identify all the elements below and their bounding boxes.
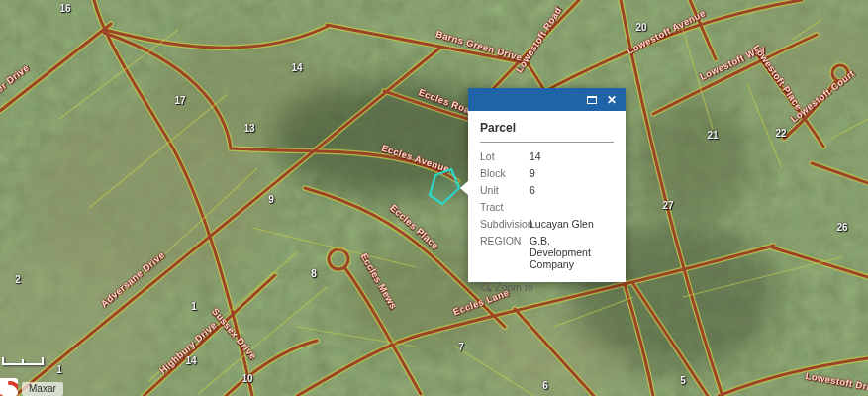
- field-value: 6: [530, 184, 614, 196]
- field-label: Block: [480, 167, 530, 179]
- field-row: REGION G.B. Development Company: [480, 235, 614, 270]
- field-row: Tract: [480, 201, 614, 213]
- field-label: REGION: [480, 235, 530, 270]
- field-label: Lot: [480, 150, 530, 162]
- field-label: Subdivision: [480, 218, 530, 230]
- popup-fields: Lot 14 Block 9 Unit 6 Tract Subdivision …: [480, 150, 614, 275]
- selection-layer: [0, 0, 868, 396]
- field-label: Tract: [480, 201, 530, 213]
- popup-callout-arrow: [460, 181, 468, 195]
- field-value: G.B. Development Company: [530, 235, 614, 270]
- field-value: Lucayan Glen: [530, 218, 614, 230]
- popup-header: ✕: [468, 88, 626, 111]
- popup-title: Parcel: [480, 121, 614, 135]
- zoom-to-label: Zoom to: [495, 281, 533, 293]
- parcel-popup: ✕ Parcel Lot 14 Block 9 Unit 6 Tract Sub…: [468, 88, 626, 282]
- field-row: Lot 14: [480, 150, 614, 162]
- attribution-bar: Maxar: [0, 378, 63, 396]
- selected-parcel-outline[interactable]: [430, 169, 459, 204]
- field-row: Unit 6: [480, 184, 614, 196]
- map-canvas[interactable]: water DriveAdversane DriveSussex DriveHi…: [0, 0, 868, 396]
- scale-bar: [2, 358, 44, 365]
- close-icon[interactable]: ✕: [607, 93, 617, 107]
- maximize-icon[interactable]: [587, 93, 597, 107]
- esri-logo: [0, 378, 18, 396]
- popup-body: Parcel Lot 14 Block 9 Unit 6 Tract Subdi…: [468, 111, 626, 281]
- field-value: [530, 201, 614, 213]
- magnifier-icon: [480, 282, 491, 293]
- field-row: Subdivision Lucayan Glen: [480, 218, 614, 230]
- field-value: 14: [530, 150, 614, 162]
- attribution-text: Maxar: [22, 382, 63, 396]
- field-row: Block 9: [480, 167, 614, 179]
- zoom-to-button[interactable]: Zoom to: [468, 281, 626, 302]
- field-label: Unit: [480, 184, 530, 196]
- popup-divider: [480, 142, 614, 143]
- field-value: 9: [530, 167, 614, 179]
